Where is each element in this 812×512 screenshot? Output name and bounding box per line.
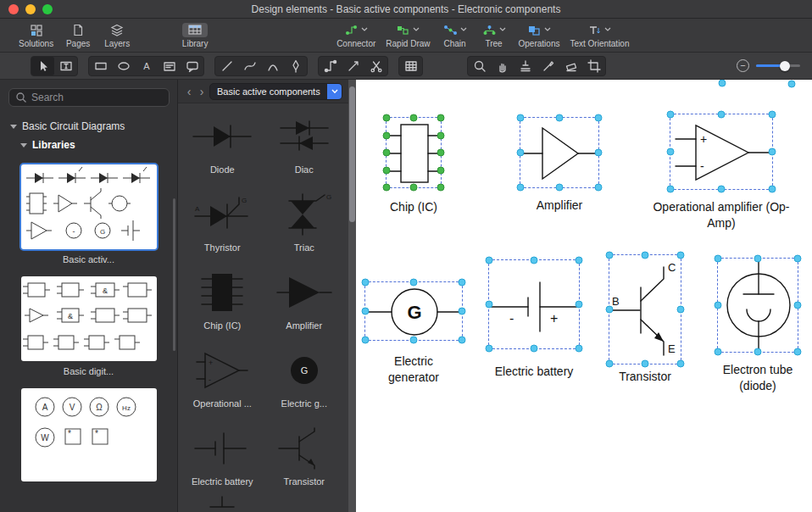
library-item-diac[interactable]: Diac: [264, 105, 346, 183]
selection-handle[interactable]: [667, 186, 675, 193]
smart-connector-tool[interactable]: [342, 57, 364, 75]
curve-tool[interactable]: [238, 57, 261, 75]
selection-handle[interactable]: [437, 114, 445, 122]
library-item-op-amp[interactable]: + - Operational ...: [181, 339, 264, 417]
text-tool[interactable]: A: [135, 57, 158, 75]
selection-handle[interactable]: [595, 114, 603, 122]
selection-handle[interactable]: [362, 308, 370, 315]
back-button[interactable]: ‹: [184, 85, 194, 98]
selection-handle[interactable]: [715, 348, 722, 356]
stamp-tool[interactable]: [514, 57, 537, 75]
selection-handle[interactable]: [383, 149, 391, 157]
selection-handle[interactable]: [459, 308, 466, 315]
selection-handle[interactable]: [437, 184, 445, 192]
library-scrollbar-thumb[interactable]: [349, 86, 355, 222]
selection-handle[interactable]: [486, 257, 493, 264]
tree-item-libraries[interactable]: Libraries: [0, 136, 177, 154]
selection-handle[interactable]: [794, 348, 802, 356]
zoom-slider[interactable]: [756, 64, 800, 67]
selection-handle[interactable]: [769, 111, 776, 119]
text-orientation-button[interactable]: Text Orientation: [565, 21, 634, 50]
selection-handle[interactable]: [576, 345, 583, 353]
disclosure-triangle-icon[interactable]: [20, 143, 27, 147]
selection-handle[interactable]: [794, 302, 802, 309]
selection-handle[interactable]: [576, 301, 583, 309]
selection-handle[interactable]: [556, 184, 564, 192]
selection-handle[interactable]: [715, 255, 722, 263]
drawing-canvas[interactable]: Chip (IC) Amplifier + - Operationa: [356, 80, 812, 512]
library-scrollbar[interactable]: [348, 80, 356, 512]
connection-point[interactable]: [437, 131, 445, 139]
library-item-diode[interactable]: Diode: [181, 105, 264, 183]
text-select-tool[interactable]: [54, 57, 77, 75]
selection-handle[interactable]: [362, 337, 370, 344]
selection-handle[interactable]: [383, 114, 391, 122]
forward-button[interactable]: ›: [197, 85, 207, 98]
connection-point[interactable]: [437, 166, 445, 174]
canvas-shape-chip-ic[interactable]: Chip (IC): [386, 117, 442, 188]
selection-handle[interactable]: [606, 252, 614, 259]
connector-button[interactable]: Connector: [331, 21, 381, 50]
library-item-electric-battery[interactable]: Electric battery: [181, 417, 264, 495]
selection-handle[interactable]: [677, 306, 685, 314]
selection-handle[interactable]: [754, 348, 762, 356]
eyedropper-tool[interactable]: [537, 57, 559, 75]
disclosure-triangle-icon[interactable]: [10, 125, 17, 129]
zoom-slider-knob[interactable]: [780, 61, 790, 71]
selection-handle[interactable]: [517, 114, 525, 122]
selection-handle[interactable]: [595, 149, 603, 157]
library-item-electric-generator[interactable]: G Electric g...: [264, 339, 346, 417]
library-item-partial[interactable]: [181, 495, 264, 512]
selection-handle[interactable]: [459, 337, 466, 344]
library-button[interactable]: Library: [175, 21, 214, 50]
selection-handle[interactable]: [517, 184, 525, 192]
zoom-tool[interactable]: [468, 57, 491, 75]
connector-tool[interactable]: [319, 57, 342, 75]
selection-handle[interactable]: [667, 148, 675, 156]
selection-handle[interactable]: [595, 184, 603, 192]
library-preview-basic-active[interactable]: - G: [21, 164, 157, 249]
selection-handle[interactable]: [718, 186, 726, 193]
selection-handle[interactable]: [576, 257, 583, 264]
sidebar-scrollbar[interactable]: [173, 198, 175, 351]
selection-handle[interactable]: [437, 149, 445, 157]
selection-handle[interactable]: [718, 111, 726, 119]
selection-handle[interactable]: [754, 255, 762, 263]
selection-handle[interactable]: [677, 360, 685, 368]
selection-handle[interactable]: [383, 184, 391, 192]
selection-handle[interactable]: [410, 279, 418, 287]
library-item-triac[interactable]: G Triac: [264, 183, 346, 261]
selection-handle[interactable]: [788, 81, 796, 88]
selection-handle[interactable]: [667, 111, 675, 119]
selection-handle[interactable]: [531, 257, 538, 264]
selection-handle[interactable]: [486, 345, 493, 353]
selection-handle[interactable]: [410, 184, 418, 192]
tree-item-basic-circuit-diagrams[interactable]: Basic Circuit Diagrams: [0, 117, 177, 136]
search-box[interactable]: [8, 88, 170, 107]
close-button[interactable]: [8, 4, 19, 14]
arc-tool[interactable]: [261, 57, 284, 75]
library-preview-meters[interactable]: A V Ω Hz W * *: [21, 388, 157, 481]
crop-tool[interactable]: [582, 57, 605, 75]
pen-tool[interactable]: [284, 57, 307, 75]
library-item-transistor[interactable]: Transistor: [264, 417, 346, 495]
selection-handle[interactable]: [486, 301, 493, 309]
canvas-shape-electron-tube[interactable]: Electron tube (diode): [717, 258, 798, 353]
split-tool[interactable]: [364, 57, 387, 75]
selection-handle[interactable]: [531, 345, 538, 353]
selection-handle[interactable]: [606, 306, 614, 314]
library-item-chip-ic[interactable]: Chip (IC): [181, 261, 264, 339]
selection-handle[interactable]: [642, 360, 649, 368]
canvas-shape-transistor[interactable]: B C E Transistor: [609, 254, 681, 365]
zoom-out-button[interactable]: −: [737, 59, 749, 72]
selection-handle[interactable]: [517, 149, 525, 157]
selection-handle[interactable]: [459, 279, 466, 287]
search-input[interactable]: [31, 92, 163, 103]
selection-handle[interactable]: [769, 186, 776, 193]
selection-handle[interactable]: [410, 337, 418, 344]
pages-button[interactable]: Pages: [58, 21, 97, 50]
eraser-tool[interactable]: [559, 57, 582, 75]
minimize-button[interactable]: [25, 4, 36, 14]
fullscreen-button[interactable]: [42, 4, 53, 14]
library-item-amplifier[interactable]: Amplifier: [264, 261, 346, 339]
